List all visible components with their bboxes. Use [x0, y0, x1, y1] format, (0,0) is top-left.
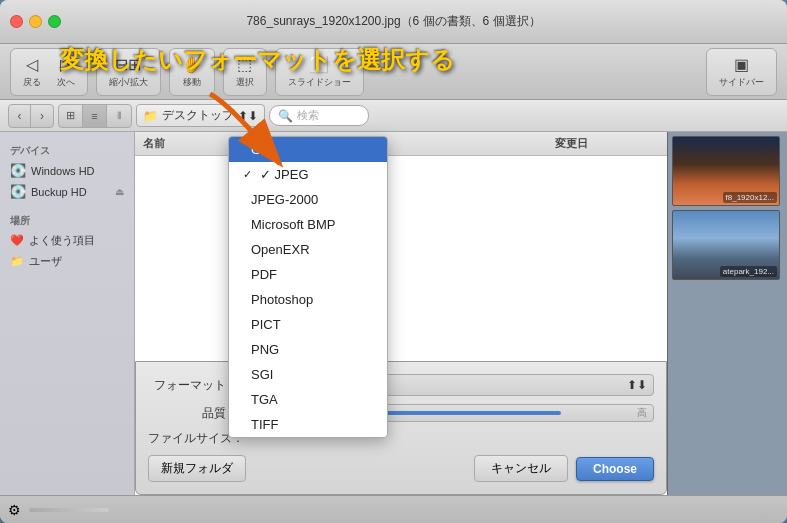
format-dropdown-arrow-icon: ⬆⬇ [627, 378, 647, 392]
icon-view-button[interactable]: ⊞ [59, 105, 83, 127]
search-placeholder: 検索 [297, 108, 319, 123]
zoom-group: ⊟⊞ 縮小/拡大 [96, 48, 161, 96]
thumbnail-2-label: atepark_192... [720, 266, 777, 277]
sidebar-item-windows-hd[interactable]: 💽 Windows HD [0, 160, 134, 181]
users-icon: 📁 [10, 255, 24, 268]
dropdown-item-microsoft-bmp[interactable]: Microsoft BMP [229, 212, 387, 237]
nav-group: ◁ 戻る ▷ 次へ [10, 48, 88, 96]
main-window: 786_sunrays_1920x1200.jpg（6 個の書類、6 個選択） … [0, 0, 787, 523]
dropdown-item-tga[interactable]: TGA [229, 387, 387, 412]
nav-forward-arrow[interactable]: › [31, 105, 53, 127]
forward-button[interactable]: ▷ 次へ [51, 53, 81, 91]
slideshow-button[interactable]: ⬜ スライドショー [282, 53, 357, 91]
dropdown-item-pdf[interactable]: PDF [229, 262, 387, 287]
back-icon: ◁ [26, 55, 38, 74]
slideshow-icon: ⬜ [309, 55, 329, 74]
thumbnail-1[interactable]: f8_1920x12... [672, 136, 780, 206]
sidebar: デバイス 💽 Windows HD 💽 Buckup HD ⏏ 場所 ❤️ よく… [0, 132, 135, 495]
sidebar-item-users[interactable]: 📁 ユーザ [0, 251, 134, 272]
favorites-icon: ❤️ [10, 234, 24, 247]
select-button[interactable]: ⬚ 選択 [230, 53, 260, 91]
dropdown-item-gif[interactable]: GIF [229, 137, 387, 162]
nav-back-arrow[interactable]: ‹ [9, 105, 31, 127]
eject-icon: ⏏ [115, 186, 124, 197]
close-button[interactable] [10, 15, 23, 28]
dialog-buttons: 新規フォルダ キャンセル Choose [148, 455, 654, 482]
disk-icon-2: 💽 [10, 184, 26, 199]
dropdown-arrow-icon: ⬆⬇ [238, 109, 258, 123]
view-buttons: ⊞ ≡ ⫴ [58, 104, 132, 128]
zoom-button[interactable] [48, 15, 61, 28]
nav-arrows: ‹ › [8, 104, 54, 128]
column-view-button[interactable]: ⫴ [107, 105, 131, 127]
nav-bar: ‹ › ⊞ ≡ ⫴ 📁 デスクトップ ⬆⬇ 🔍 検索 [0, 100, 787, 132]
thumbnail-1-label: f8_1920x12... [723, 192, 777, 203]
select-icon: ⬚ [237, 55, 252, 74]
thumbnail-2[interactable]: atepark_192... [672, 210, 780, 280]
sidebar-label-users: ユーザ [29, 254, 62, 269]
file-list-header: 名前 変更日 [135, 132, 667, 156]
traffic-lights [10, 15, 61, 28]
quality-high-label: 高 [637, 406, 647, 420]
sidebar-label-buckup-hd: Buckup HD [31, 186, 87, 198]
col-date: 変更日 [547, 134, 667, 153]
filesize-row: ファイルサイズ： [148, 430, 654, 447]
format-dropdown-menu: GIF✓ JPEGJPEG-2000Microsoft BMPOpenEXRPD… [228, 136, 388, 438]
cancel-button[interactable]: キャンセル [474, 455, 568, 482]
search-icon: 🔍 [278, 109, 293, 123]
format-row: フォーマット： GIF ⬆⬇ [148, 374, 654, 396]
zoom-button[interactable]: ⊟⊞ 縮小/拡大 [103, 53, 154, 91]
slideshow-group: ⬜ スライドショー [275, 48, 364, 96]
forward-icon: ▷ [60, 55, 72, 74]
format-label: フォーマット： [148, 377, 238, 394]
dropdown-item-openexr[interactable]: OpenEXR [229, 237, 387, 262]
sidebar-button[interactable]: ▣ サイドバー [713, 53, 770, 91]
choose-button[interactable]: Choose [576, 457, 654, 481]
dropdown-item-photoshop[interactable]: Photoshop [229, 287, 387, 312]
dropdown-item-sgi[interactable]: SGI [229, 362, 387, 387]
places-section-label: 場所 [0, 210, 134, 230]
quality-label: 品質： [148, 405, 238, 422]
select-group: ⬚ 選択 [223, 48, 267, 96]
minimize-button[interactable] [29, 15, 42, 28]
folder-icon: 📁 [143, 109, 158, 123]
dropdown-item-pict[interactable]: PICT [229, 312, 387, 337]
sidebar-item-favorites[interactable]: ❤️ よく使う項目 [0, 230, 134, 251]
sidebar-item-buckup-hd[interactable]: 💽 Buckup HD ⏏ [0, 181, 134, 202]
resize-handle[interactable] [29, 508, 109, 512]
path-dropdown[interactable]: 📁 デスクトップ ⬆⬇ [136, 104, 265, 127]
right-panel: f8_1920x12... atepark_192... [667, 132, 787, 495]
path-label: デスクトップ [162, 107, 234, 124]
save-dialog: フォーマット： GIF ⬆⬇ 品質： 高 ファイルサイズ： 新規フォルダ キャン… [135, 361, 667, 495]
disk-icon-1: 💽 [10, 163, 26, 178]
sidebar-label-windows-hd: Windows HD [31, 165, 95, 177]
dropdown-item-jpeg-2000[interactable]: JPEG-2000 [229, 187, 387, 212]
devices-section-label: デバイス [0, 140, 134, 160]
dropdown-item-png[interactable]: PNG [229, 337, 387, 362]
sidebar-icon: ▣ [734, 55, 749, 74]
sidebar-label-favorites: よく使う項目 [29, 233, 95, 248]
toolbar: ◁ 戻る ▷ 次へ ⊟⊞ 縮小/拡大 ✋ 移動 ⬚ 選択 [0, 44, 787, 100]
window-title: 786_sunrays_1920x1200.jpg（6 個の書類、6 個選択） [246, 13, 540, 30]
dropdown-item-jpeg[interactable]: ✓ JPEG [229, 162, 387, 187]
zoom-icon: ⊟⊞ [115, 55, 141, 74]
title-bar: 786_sunrays_1920x1200.jpg（6 個の書類、6 個選択） [0, 0, 787, 44]
dropdown-item-tiff[interactable]: TIFF [229, 412, 387, 437]
sidebar-group: ▣ サイドバー [706, 48, 777, 96]
quality-row: 品質： 高 [148, 404, 654, 422]
list-view-button[interactable]: ≡ [83, 105, 107, 127]
bottom-bar: ⚙ [0, 495, 787, 523]
back-button[interactable]: ◁ 戻る [17, 53, 47, 91]
move-button[interactable]: ✋ 移動 [176, 53, 208, 91]
gear-icon[interactable]: ⚙ [8, 502, 21, 518]
move-icon: ✋ [182, 55, 202, 74]
search-box[interactable]: 🔍 検索 [269, 105, 369, 126]
move-group: ✋ 移動 [169, 48, 215, 96]
new-folder-button[interactable]: 新規フォルダ [148, 455, 246, 482]
